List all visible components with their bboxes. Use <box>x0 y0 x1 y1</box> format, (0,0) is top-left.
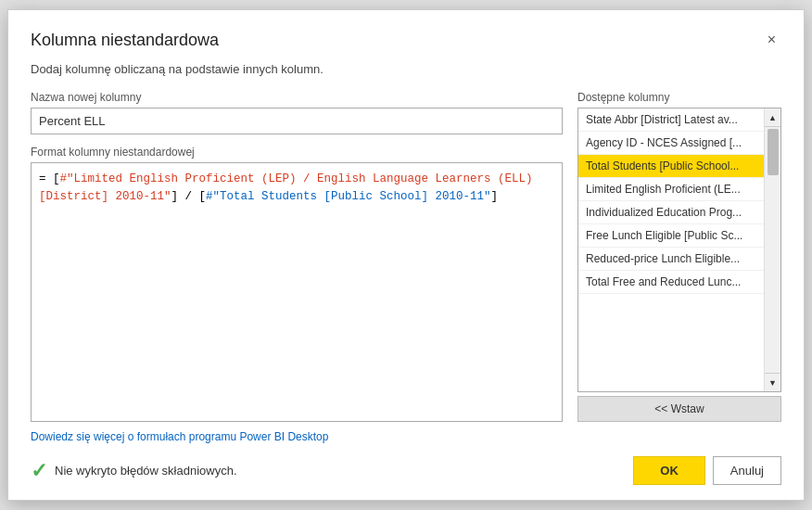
scroll-thumb[interactable] <box>768 129 779 175</box>
cancel-button[interactable]: Anuluj <box>713 456 781 485</box>
column-name-input[interactable] <box>31 108 563 134</box>
status-check-icon: ✓ <box>31 459 47 483</box>
status-text: Nie wykryto błędów składniowych. <box>55 464 237 478</box>
formula-display: = [#"Limited English Proficient (LEP) / … <box>32 163 562 213</box>
columns-list: State Abbr [District] Latest av... Agenc… <box>577 108 781 392</box>
list-item[interactable]: Reduced-price Lunch Eligible... <box>578 248 764 271</box>
right-panel: Dostępne kolumny State Abbr [District] L… <box>577 91 781 422</box>
footer-buttons: OK Anuluj <box>633 456 781 485</box>
list-item[interactable]: State Abbr [District] Latest av... <box>578 108 764 132</box>
scroll-track <box>765 127 780 373</box>
dialog-header: Kolumna niestandardowa × <box>8 10 804 58</box>
columns-wrapper: State Abbr [District] Latest av... Agenc… <box>577 108 781 422</box>
list-item[interactable]: Limited English Proficient (LE... <box>578 178 764 201</box>
list-item[interactable]: Agency ID - NCES Assigned [... <box>578 132 764 155</box>
column-name-label: Nazwa nowej kolumny <box>31 91 563 104</box>
dialog-subtitle: Dodaj kolumnę obliczaną na podstawie inn… <box>8 58 804 91</box>
scroll-up-button[interactable]: ▲ <box>765 108 780 127</box>
list-item[interactable]: Individualized Education Prog... <box>578 201 764 224</box>
ok-button[interactable]: OK <box>633 456 705 485</box>
dialog-title: Kolumna niestandardowa <box>31 31 219 50</box>
custom-column-dialog: Kolumna niestandardowa × Dodaj kolumnę o… <box>7 9 805 501</box>
learn-more-section: Dowiedz się więcej o formułach programu … <box>8 422 804 447</box>
dialog-body: Nazwa nowej kolumny Format kolumny niest… <box>8 91 804 422</box>
formula-box[interactable]: = [#"Limited English Proficient (LEP) / … <box>31 162 563 422</box>
list-item-highlighted[interactable]: Total Students [Public School... <box>578 155 764 178</box>
insert-button[interactable]: << Wstaw <box>577 396 781 422</box>
learn-more-link[interactable]: Dowiedz się więcej o formułach programu … <box>31 430 328 443</box>
available-columns-label: Dostępne kolumny <box>577 91 781 104</box>
close-button[interactable]: × <box>762 29 781 51</box>
list-item[interactable]: Total Free and Reduced Lunc... <box>578 271 764 294</box>
dialog-footer: ✓ Nie wykryto błędów składniowych. OK An… <box>8 447 804 500</box>
scroll-down-button[interactable]: ▼ <box>765 373 780 391</box>
left-panel: Nazwa nowej kolumny Format kolumny niest… <box>31 91 563 422</box>
list-item[interactable]: Free Lunch Eligible [Public Sc... <box>578 224 764 248</box>
footer-status: ✓ Nie wykryto błędów składniowych. <box>31 459 237 483</box>
columns-list-items: State Abbr [District] Latest av... Agenc… <box>578 108 764 391</box>
formula-label: Format kolumny niestandardowej <box>31 146 563 159</box>
